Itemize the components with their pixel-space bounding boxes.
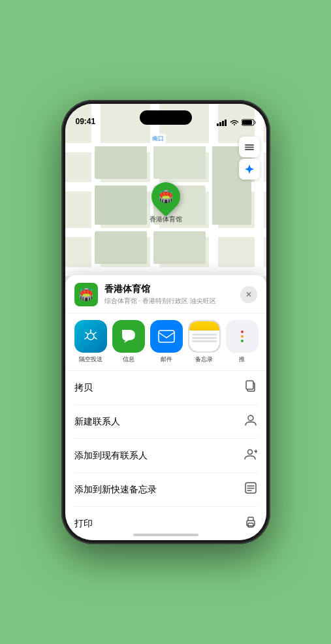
messages-icon [112, 320, 145, 353]
svg-rect-3 [225, 120, 227, 126]
share-mail[interactable]: 邮件 [150, 320, 183, 364]
note-icon [244, 481, 257, 498]
mail-label: 邮件 [161, 355, 172, 364]
pin-label: 香港体育馆 [150, 215, 182, 224]
wifi-icon [230, 120, 239, 126]
phone-screen: 09:41 [65, 104, 266, 540]
svg-rect-1 [219, 122, 221, 126]
venue-pin: 🏟️ 香港体育馆 [150, 182, 182, 224]
share-notes[interactable]: 备忘录 [188, 320, 221, 364]
action-list: 拷贝 新建联系人 添加到现有联系人 [65, 371, 266, 540]
notes-line [192, 340, 217, 342]
action-add-contact[interactable]: 添加到现有联系人 [74, 439, 257, 473]
notes-lines [189, 330, 219, 346]
messages-label: 信息 [123, 355, 134, 364]
svg-rect-12 [246, 381, 253, 389]
svg-rect-2 [222, 121, 224, 126]
svg-rect-8 [245, 149, 254, 150]
svg-rect-5 [242, 120, 252, 125]
action-copy-label: 拷贝 [74, 382, 93, 394]
layers-button[interactable] [239, 137, 260, 157]
svg-rect-0 [217, 123, 219, 126]
airdrop-icon [74, 320, 107, 353]
svg-point-13 [248, 415, 253, 421]
share-row: 隔空投送 信息 邮件 [65, 314, 266, 371]
pin-icon: 🏟️ [145, 176, 185, 217]
action-new-contact[interactable]: 新建联系人 [74, 405, 257, 439]
person-add-icon [244, 447, 257, 464]
svg-rect-6 [245, 144, 254, 146]
action-copy[interactable]: 拷贝 [74, 371, 257, 405]
action-print-label: 打印 [74, 518, 93, 530]
venue-header: 🏟️ 香港体育馆 综合体育馆 · 香港特别行政区 油尖旺区 ✕ [65, 283, 266, 314]
location-button[interactable] [239, 159, 260, 180]
notes-inner [189, 321, 219, 351]
svg-rect-10 [159, 330, 174, 342]
svg-point-14 [247, 450, 252, 455]
airdrop-label: 隔空投送 [79, 355, 102, 364]
action-new-contact-label: 新建联系人 [74, 416, 120, 428]
phone-frame: 09:41 [61, 100, 270, 544]
share-more[interactable]: 推 [226, 320, 259, 364]
svg-rect-22 [248, 523, 253, 527]
action-quick-note[interactable]: 添加到新快速备忘录 [74, 473, 257, 507]
pin-icon-glyph: 🏟️ [159, 189, 173, 204]
status-icons [217, 119, 256, 127]
more-label: 推 [239, 355, 245, 364]
bottom-sheet: 🏟️ 香港体育馆 综合体育馆 · 香港特别行政区 油尖旺区 ✕ 隔空投送 [65, 275, 266, 540]
close-button[interactable]: ✕ [240, 286, 257, 303]
home-indicator [133, 534, 198, 536]
venue-name: 香港体育馆 [104, 283, 240, 295]
action-quick-note-label: 添加到新快速备忘录 [74, 484, 157, 496]
notes-top-bar [189, 321, 219, 330]
more-icon [226, 320, 259, 353]
map-controls[interactable] [239, 137, 260, 180]
battery-icon [242, 119, 256, 126]
notes-label: 备忘录 [195, 355, 213, 364]
notes-line [192, 337, 217, 339]
copy-icon [244, 379, 257, 396]
dynamic-island [140, 110, 192, 125]
person-icon [244, 413, 257, 430]
notes-line [192, 334, 217, 336]
svg-rect-7 [245, 147, 254, 148]
venue-subtitle: 综合体育馆 · 香港特别行政区 油尖旺区 [104, 297, 240, 306]
notes-icon [188, 320, 221, 353]
venue-info: 香港体育馆 综合体育馆 · 香港特别行政区 油尖旺区 [104, 283, 240, 306]
share-messages[interactable]: 信息 [112, 320, 145, 364]
venue-icon: 🏟️ [74, 283, 98, 306]
action-add-contact-label: 添加到现有联系人 [74, 450, 148, 462]
share-airdrop[interactable]: 隔空投送 [74, 320, 107, 364]
map-north-exit-label: 南口 [150, 134, 166, 144]
mail-icon [150, 320, 183, 353]
signal-icon [217, 120, 227, 126]
status-time: 09:41 [76, 117, 96, 127]
print-icon [244, 515, 257, 532]
